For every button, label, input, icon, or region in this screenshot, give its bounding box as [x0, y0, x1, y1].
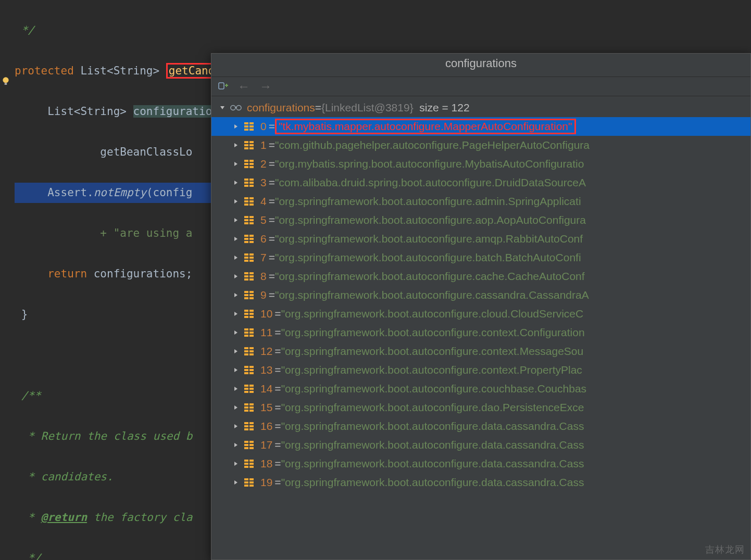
list-item[interactable]: 17 = "org.springframework.boot.autoconfi… [211, 436, 750, 454]
javadoc: /** [15, 389, 41, 402]
list-item[interactable]: 18 = "org.springframework.boot.autoconfi… [211, 454, 750, 473]
expander-closed-icon[interactable] [231, 422, 241, 431]
eq: = [269, 120, 275, 133]
list-item[interactable]: 12 = "org.springframework.boot.autoconfi… [211, 342, 750, 361]
code-text: Assert. [15, 186, 94, 199]
expander-closed-icon[interactable] [231, 178, 241, 187]
svg-rect-18 [244, 144, 248, 146]
svg-rect-129 [249, 441, 254, 443]
svg-marker-15 [234, 143, 237, 147]
expander-closed-icon[interactable] [231, 272, 241, 281]
expander-closed-icon[interactable] [231, 234, 241, 244]
list-item-index: 1 [260, 139, 267, 151]
svg-rect-17 [249, 141, 254, 143]
svg-rect-25 [244, 163, 248, 165]
expander-closed-icon[interactable] [231, 197, 241, 206]
list-item[interactable]: 0 = "tk.mybatis.mapper.autoconfigure.Map… [211, 117, 750, 136]
svg-rect-42 [249, 203, 254, 206]
expander-closed-icon[interactable] [231, 290, 241, 300]
list-element-icon [244, 177, 255, 188]
eq: = [274, 420, 281, 432]
svg-rect-86 [244, 328, 248, 330]
list-item-value: "org.springframework.boot.autoconfigure.… [281, 401, 584, 414]
glasses-icon [230, 102, 242, 113]
javadoc: * [15, 511, 41, 524]
expander-closed-icon[interactable] [231, 347, 241, 356]
code-text: } [15, 308, 28, 321]
list-item[interactable]: 9 = "org.springframework.boot.autoconfig… [211, 286, 750, 304]
svg-rect-56 [249, 241, 254, 243]
svg-rect-31 [249, 179, 254, 181]
list-item[interactable]: 5 = "org.springframework.boot.autoconfig… [211, 211, 750, 230]
expander-closed-icon[interactable] [231, 122, 241, 131]
list-item-value: "org.springframework.boot.autoconfigure.… [275, 195, 581, 208]
debugger-evaluate-popup: configurations ← → configurations = {Lin… [211, 53, 751, 560]
list-element-icon [244, 139, 255, 151]
list-item[interactable]: 1 = "com.github.pagehelper.autoconfigure… [211, 136, 750, 155]
list-item[interactable]: 8 = "org.springframework.boot.autoconfig… [211, 267, 750, 286]
eq: = [269, 195, 275, 208]
svg-rect-51 [244, 235, 248, 237]
svg-rect-52 [249, 235, 254, 237]
expander-closed-icon[interactable] [231, 328, 241, 337]
svg-marker-106 [234, 387, 237, 391]
list-item[interactable]: 16 = "org.springframework.boot.autoconfi… [211, 417, 750, 436]
code-text: getBeanClassLo [15, 146, 192, 158]
svg-rect-23 [244, 160, 248, 162]
svg-rect-81 [244, 313, 248, 315]
variables-tree[interactable]: configurations = {LinkedList@3819} size … [211, 96, 750, 494]
list-item-value: "com.alibaba.druid.spring.boot.autoconfi… [275, 176, 586, 189]
expander-closed-icon[interactable] [231, 440, 241, 450]
svg-rect-90 [244, 335, 248, 337]
list-item[interactable]: 7 = "org.springframework.boot.autoconfig… [211, 248, 750, 267]
list-item-value: "org.springframework.boot.autoconfigure.… [275, 251, 581, 264]
list-element-icon [244, 158, 255, 170]
eq: = [269, 139, 275, 151]
svg-rect-131 [249, 444, 254, 446]
tree-root-row[interactable]: configurations = {LinkedList@3819} size … [211, 98, 750, 117]
svg-rect-105 [249, 372, 254, 374]
svg-rect-144 [244, 481, 248, 483]
new-watch-icon[interactable] [218, 81, 228, 92]
list-item-index: 0 [260, 120, 267, 133]
expander-closed-icon[interactable] [231, 403, 241, 412]
list-item[interactable]: 15 = "org.springframework.boot.autoconfi… [211, 398, 750, 417]
list-item[interactable]: 2 = "org.mybatis.spring.boot.autoconfigu… [211, 155, 750, 173]
svg-rect-76 [244, 297, 248, 299]
svg-rect-79 [244, 310, 248, 312]
list-item[interactable]: 19 = "org.springframework.boot.autoconfi… [211, 473, 750, 492]
svg-marker-78 [234, 312, 237, 316]
svg-rect-115 [249, 403, 254, 405]
expander-closed-icon[interactable] [231, 478, 241, 487]
svg-marker-36 [234, 199, 237, 203]
eq: = [269, 289, 275, 301]
list-item[interactable]: 10 = "org.springframework.boot.autoconfi… [211, 304, 750, 323]
svg-rect-19 [249, 144, 254, 146]
svg-rect-119 [249, 410, 254, 412]
expander-open-icon[interactable] [218, 103, 227, 112]
list-item-value: "org.springframework.boot.autoconfigure.… [281, 364, 582, 376]
svg-rect-9 [244, 122, 248, 124]
expander-closed-icon[interactable] [231, 384, 241, 393]
list-element-icon [244, 383, 255, 394]
list-item[interactable]: 14 = "org.springframework.boot.autoconfi… [211, 379, 750, 398]
eq: = [274, 364, 281, 376]
expander-closed-icon[interactable] [231, 365, 241, 375]
expander-closed-icon[interactable] [231, 253, 241, 262]
list-item[interactable]: 3 = "com.alibaba.druid.spring.boot.autoc… [211, 173, 750, 192]
list-item-value: "org.springframework.boot.autoconfigure.… [275, 289, 589, 301]
javadoc: */ [15, 552, 41, 560]
list-item[interactable]: 6 = "org.springframework.boot.autoconfig… [211, 230, 750, 248]
expander-closed-icon[interactable] [231, 459, 241, 468]
svg-rect-46 [244, 219, 248, 221]
list-item[interactable]: 13 = "org.springframework.boot.autoconfi… [211, 361, 750, 379]
list-item[interactable]: 11 = "org.springframework.boot.autoconfi… [211, 323, 750, 342]
expander-closed-icon[interactable] [231, 215, 241, 225]
list-item[interactable]: 4 = "org.springframework.boot.autoconfig… [211, 192, 750, 211]
nav-forward-button[interactable]: → [259, 79, 272, 94]
svg-marker-8 [234, 124, 237, 129]
expander-closed-icon[interactable] [231, 159, 241, 169]
nav-back-button[interactable]: ← [237, 79, 250, 94]
expander-closed-icon[interactable] [231, 309, 241, 319]
expander-closed-icon[interactable] [231, 141, 241, 150]
